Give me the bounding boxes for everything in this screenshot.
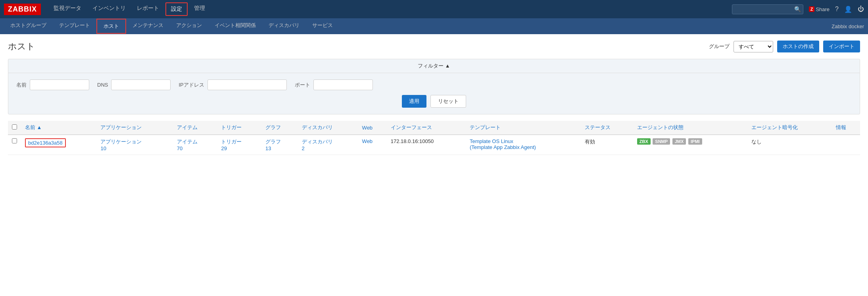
items-link[interactable]: アイテム 70 xyxy=(177,139,198,151)
subnav-item-actions[interactable]: アクション xyxy=(170,19,208,34)
subnav-item-services[interactable]: サービス xyxy=(306,19,339,34)
filter-input-dns[interactable] xyxy=(111,79,171,90)
row-checkbox-cell xyxy=(8,135,21,155)
nav-item-kanshidata[interactable]: 監視データ xyxy=(49,2,86,16)
search-wrapper: 🔍 xyxy=(732,4,803,14)
table-row: bd2e136a3a58 アプリケーション 10 アイテム 70 xyxy=(8,135,860,155)
triggers-link[interactable]: トリガー 29 xyxy=(221,139,242,151)
row-checkbox[interactable] xyxy=(12,138,17,143)
sub-navigation: ホストグループ テンプレート ホスト メンテナンス アクション イベント相関関係… xyxy=(0,18,868,34)
host-name-cell: bd2e136a3a58 xyxy=(21,135,96,155)
badge-zbx: ZBX xyxy=(637,138,651,145)
filter-label-name: 名前 xyxy=(16,81,27,89)
badge-jmx: JMX xyxy=(672,138,686,145)
filter-section: フィルター ▲ 名前 DNS IPアドレス ポート xyxy=(8,59,860,114)
filter-input-name[interactable] xyxy=(30,79,89,90)
table-header-agent-encryption: エージェント暗号化 xyxy=(747,121,832,135)
help-icon[interactable]: ? xyxy=(835,6,839,13)
filter-input-port[interactable] xyxy=(313,79,373,90)
table-header-info: 情報 xyxy=(832,121,860,135)
nav-item-report[interactable]: レポート xyxy=(132,2,164,16)
filter-header[interactable]: フィルター ▲ xyxy=(8,59,860,73)
filter-label-dns: DNS xyxy=(97,82,108,88)
badge-ipmi: IPMI xyxy=(688,138,702,145)
interface-cell: 172.18.0.16:10050 xyxy=(387,135,466,155)
table-header-agent-status: エージェントの状態 xyxy=(633,121,747,135)
subnav-item-hosts[interactable]: ホスト xyxy=(96,19,126,34)
filter-apply-button[interactable]: 適用 xyxy=(402,95,426,108)
table-header-triggers: トリガー xyxy=(217,121,261,135)
power-icon[interactable]: ⏻ xyxy=(858,6,864,13)
template-os-linux-link[interactable]: Template OS Linux xyxy=(470,138,513,144)
filter-field-name: 名前 xyxy=(16,79,89,90)
encryption-cell: なし xyxy=(747,135,832,155)
page-header-controls: グループ すべて ホストの作成 インポート xyxy=(709,41,860,52)
table-header-discovery: ディスカバリ xyxy=(298,121,358,135)
import-button[interactable]: インポート xyxy=(823,41,860,52)
table-header-interface: インターフェース xyxy=(387,121,466,135)
zabbix-logo: ZABBIX xyxy=(4,4,41,15)
subnav-item-templates[interactable]: テンプレート xyxy=(53,19,96,34)
host-name-link[interactable]: bd2e136a3a58 xyxy=(25,138,66,147)
create-host-button[interactable]: ホストの作成 xyxy=(777,41,819,52)
filter-field-ip: IPアドレス xyxy=(179,79,286,90)
agent-status-cell: ZBX SNMP JMX IPMI xyxy=(633,135,747,155)
table-header-web: Web xyxy=(358,121,387,135)
status-cell: 有効 xyxy=(581,135,633,155)
table-header-status[interactable]: ステータス xyxy=(581,121,633,135)
page-header-row: ホスト グループ すべて ホストの作成 インポート xyxy=(8,41,860,52)
nav-item-inventory[interactable]: インベントリ xyxy=(88,2,131,16)
filter-field-port: ポート xyxy=(295,79,373,90)
select-all-checkbox[interactable] xyxy=(12,124,17,130)
filter-label-ip: IPアドレス xyxy=(179,81,204,89)
share-label: Share xyxy=(816,6,830,12)
nav-item-settings[interactable]: 設定 xyxy=(165,2,188,16)
badge-snmp: SNMP xyxy=(653,138,670,145)
filter-actions: 適用 リセット xyxy=(16,95,852,108)
share-z-icon: Z xyxy=(809,6,815,12)
subnav-item-event-correlation[interactable]: イベント相関関係 xyxy=(208,19,262,34)
graphs-cell: グラフ 13 xyxy=(261,135,298,155)
share-button[interactable]: Z Share xyxy=(809,6,830,12)
search-input[interactable] xyxy=(732,4,803,14)
info-cell xyxy=(832,135,860,155)
web-link[interactable]: Web xyxy=(362,138,373,144)
filter-input-ip[interactable] xyxy=(207,79,287,90)
sub-nav-left: ホストグループ テンプレート ホスト メンテナンス アクション イベント相関関係… xyxy=(4,19,339,34)
table-header-graphs: グラフ xyxy=(261,121,298,135)
subnav-item-hostgroups[interactable]: ホストグループ xyxy=(4,19,53,34)
filter-reset-button[interactable]: リセット xyxy=(430,95,466,108)
page-content: ホスト グループ すべて ホストの作成 インポート フィルター ▲ 名前 DNS xyxy=(0,34,868,161)
user-icon[interactable]: 👤 xyxy=(844,6,852,13)
top-nav-right: 🔍 Z Share ? 👤 ⏻ xyxy=(732,4,864,14)
table-header-row: 名前 ▲ アプリケーション アイテム トリガー グラフ ディスカバリ Web イ… xyxy=(8,121,860,135)
web-cell: Web xyxy=(358,135,387,155)
table-header-template: テンプレート xyxy=(466,121,581,135)
top-nav-items: 監視データ インベントリ レポート 設定 管理 xyxy=(49,2,732,16)
group-label: グループ xyxy=(709,43,730,50)
table-header-name[interactable]: 名前 ▲ xyxy=(21,121,96,135)
table-header-applications: アプリケーション xyxy=(96,121,173,135)
search-icon[interactable]: 🔍 xyxy=(794,6,801,12)
discovery-link[interactable]: ディスカバリ 2 xyxy=(302,139,333,151)
applications-cell: アプリケーション 10 xyxy=(96,135,173,155)
subnav-item-maintenance[interactable]: メンテナンス xyxy=(126,19,170,34)
filter-label-port: ポート xyxy=(295,81,310,89)
items-cell: アイテム 70 xyxy=(173,135,217,155)
applications-link[interactable]: アプリケーション 10 xyxy=(100,139,142,151)
subnav-item-discovery[interactable]: ディスカバリ xyxy=(262,19,306,34)
subnav-right-label: Zabbix docker xyxy=(832,23,864,29)
hosts-table: 名前 ▲ アプリケーション アイテム トリガー グラフ ディスカバリ Web イ… xyxy=(8,121,860,155)
nav-item-admin[interactable]: 管理 xyxy=(189,2,210,16)
filter-body: 名前 DNS IPアドレス ポート 適用 リセット xyxy=(8,73,860,114)
template-app-zabbix-link[interactable]: (Template App Zabbix Agent) xyxy=(470,144,536,150)
template-cell: Template OS Linux (Template App Zabbix A… xyxy=(466,135,581,155)
table-header-checkbox xyxy=(8,121,21,135)
triggers-cell: トリガー 29 xyxy=(217,135,261,155)
discovery-cell: ディスカバリ 2 xyxy=(298,135,358,155)
filter-row: 名前 DNS IPアドレス ポート xyxy=(16,79,852,90)
graphs-link[interactable]: グラフ 13 xyxy=(265,139,281,151)
group-select[interactable]: すべて xyxy=(734,41,773,52)
filter-field-dns: DNS xyxy=(97,79,171,90)
page-title: ホスト xyxy=(8,41,35,52)
